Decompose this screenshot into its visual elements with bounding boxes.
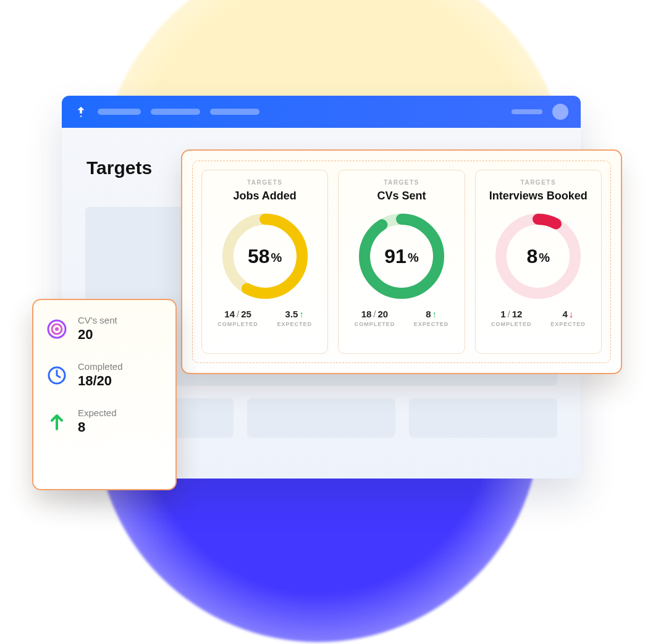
summary-label: Completed [78,361,123,372]
stat-expected: 3.5↑ EXPECTED [277,309,312,327]
titlebar [62,96,581,128]
stat-expected: 4↓ EXPECTED [550,309,586,327]
summary-value: 8 [78,419,117,435]
card-eyebrow: TARGETS [521,179,557,186]
card-eyebrow: TARGETS [247,179,283,186]
summary-row: Completed 18/20 [46,361,163,389]
summary-value: 20 [78,327,117,343]
arrow-icon [46,411,68,433]
svg-point-0 [80,115,82,117]
nav-placeholder [151,109,200,115]
summary-card: CV's sent 20 Completed 18/20 Expected 8 [32,299,177,490]
target-card[interactable]: TARGETS CVs Sent 91% 18/20 COMPLETED 8↑ … [338,170,465,354]
stat-completed: 18/20 COMPLETED [355,309,395,327]
targets-panel: TARGETS Jobs Added 58% 14/25 COMPLETED 3… [181,149,622,374]
card-title: CVs Sent [377,190,426,203]
clock-icon [46,364,68,387]
progress-gauge: 58% [219,210,311,303]
nav-placeholder [98,109,141,115]
card-title: Interviews Booked [489,190,588,203]
summary-label: Expected [78,408,117,418]
avatar[interactable] [552,104,568,120]
stat-expected: 8↑ EXPECTED [414,309,449,327]
content-placeholder [247,398,395,438]
gauge-value: 8% [492,210,584,303]
summary-row: CV's sent 20 [46,315,163,343]
progress-gauge: 91% [355,210,448,303]
progress-gauge: 8% [492,210,584,303]
target-icon [46,318,68,340]
gauge-value: 58% [219,210,311,303]
page-title: Targets [86,157,152,178]
nav-placeholder [512,109,542,114]
stat-completed: 14/25 COMPLETED [217,309,258,327]
summary-value: 18/20 [78,373,123,389]
target-card[interactable]: TARGETS Jobs Added 58% 14/25 COMPLETED 3… [201,170,328,354]
content-placeholder [409,398,557,438]
svg-point-9 [55,327,59,331]
stat-completed: 1/12 COMPLETED [491,309,532,327]
summary-label: CV's sent [78,315,117,325]
targets-panel-inner: TARGETS Jobs Added 58% 14/25 COMPLETED 3… [192,161,611,363]
nav-placeholder [210,109,259,115]
app-logo-icon [74,105,88,119]
gauge-value: 91% [355,210,448,303]
card-title: Jobs Added [233,190,296,203]
target-card[interactable]: TARGETS Interviews Booked 8% 1/12 COMPLE… [475,170,602,354]
summary-row: Expected 8 [46,408,163,435]
card-eyebrow: TARGETS [384,179,419,186]
